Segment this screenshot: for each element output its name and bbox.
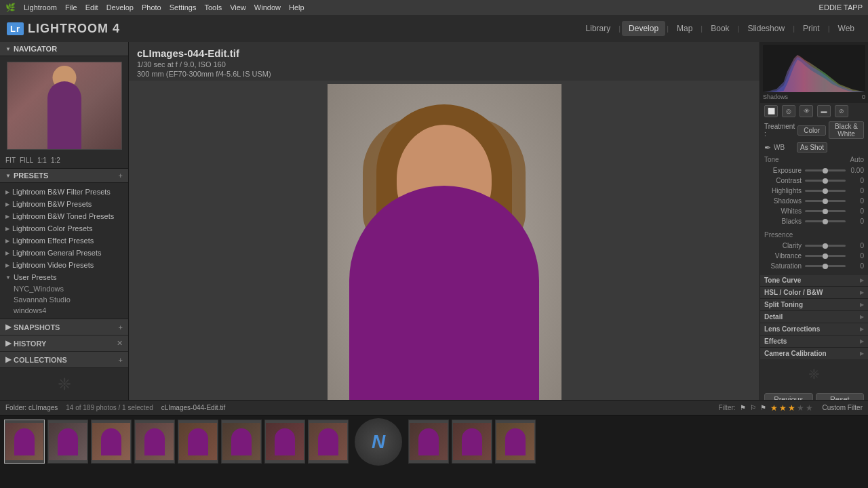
- app-name-menu: Lightroom: [24, 3, 57, 12]
- reset-button[interactable]: Reset: [816, 393, 865, 400]
- contrast-slider[interactable]: [805, 180, 846, 182]
- menu-view[interactable]: View: [230, 3, 246, 12]
- zoom-fit[interactable]: FIT: [5, 157, 16, 164]
- shadows-slider[interactable]: [805, 200, 846, 202]
- collections-add-icon[interactable]: +: [119, 356, 123, 364]
- film-thumb-4[interactable]: [178, 420, 218, 464]
- camera-calibration-section[interactable]: Camera Calibration ▶: [760, 347, 868, 359]
- film-thumb-9[interactable]: [452, 420, 492, 464]
- nav-web[interactable]: Web: [831, 21, 861, 36]
- preset-sub-2[interactable]: windows4: [0, 305, 128, 316]
- film-thumb-7[interactable]: [308, 420, 349, 464]
- adjustment-brush-tool[interactable]: ⊘: [835, 105, 848, 117]
- wb-dropdown[interactable]: As Shot: [797, 142, 827, 152]
- menu-window[interactable]: Window: [254, 3, 281, 12]
- vibrance-slider[interactable]: [805, 255, 846, 257]
- film-thumb-10[interactable]: [495, 420, 536, 464]
- app-icon: 🌿: [5, 3, 16, 12]
- star-2[interactable]: ★: [779, 403, 787, 413]
- presets-header[interactable]: ▼ Presets +: [0, 169, 128, 183]
- preset-group-1[interactable]: ▶ Lightroom B&W Presets: [0, 198, 128, 210]
- star-5[interactable]: ★: [806, 403, 813, 413]
- graduated-filter-tool[interactable]: ▬: [817, 105, 831, 117]
- whites-slider[interactable]: [805, 210, 846, 212]
- tone-auto-btn[interactable]: Auto: [850, 156, 864, 163]
- film-thumb-0[interactable]: [4, 420, 45, 464]
- preset-group-3[interactable]: ▶ Lightroom Color Presets: [0, 222, 128, 235]
- menu-develop[interactable]: Develop: [106, 3, 134, 12]
- detail-section[interactable]: Detail ▶: [760, 310, 868, 323]
- filter-flag-pick[interactable]: ⚑: [760, 404, 766, 411]
- spot-removal-tool[interactable]: ◎: [782, 105, 795, 117]
- whites-label: Whites: [764, 207, 802, 215]
- menu-tools[interactable]: Tools: [204, 3, 222, 12]
- menu-file[interactable]: File: [65, 3, 77, 12]
- histogram-area: ▣: [760, 42, 868, 103]
- wb-dropper-icon[interactable]: ✒: [764, 143, 771, 152]
- preset-group-4[interactable]: ▶ Lightroom Effect Presets: [0, 235, 128, 247]
- preset-group-user[interactable]: ▼ User Presets: [0, 271, 128, 283]
- navigator-header[interactable]: ▼ Navigator: [0, 42, 128, 56]
- preset-group-0[interactable]: ▶ Lightroom B&W Filter Presets: [0, 186, 128, 198]
- menu-photo[interactable]: Photo: [142, 3, 161, 12]
- preset-group-5[interactable]: ▶ Lightroom General Presets: [0, 247, 128, 259]
- preset-group-label-4: Lightroom Effect Presets: [12, 237, 94, 245]
- split-toning-section[interactable]: Split Toning ▶: [760, 298, 868, 310]
- menu-settings[interactable]: Settings: [170, 3, 197, 12]
- preset-sub-0[interactable]: NYC_Windows: [0, 283, 128, 294]
- film-thumb-3[interactable]: [134, 420, 175, 464]
- highlights-slider[interactable]: [805, 190, 846, 192]
- preset-group-label-6: Lightroom Video Presets: [12, 261, 94, 269]
- red-eye-tool[interactable]: 👁: [800, 105, 813, 117]
- nav-map[interactable]: Map: [670, 21, 699, 36]
- nav-print[interactable]: Print: [796, 21, 827, 36]
- nav-develop[interactable]: Develop: [622, 21, 665, 36]
- nav-slideshow[interactable]: Slideshow: [741, 21, 791, 36]
- zoom-fill[interactable]: FILL: [20, 157, 33, 164]
- preset-group-2[interactable]: ▶ Lightroom B&W Toned Presets: [0, 210, 128, 222]
- custom-filter-btn[interactable]: Custom Filter: [823, 404, 863, 411]
- tone-curve-section[interactable]: Tone Curve ▶: [760, 274, 868, 286]
- snapshots-section[interactable]: ▶ Snapshots +: [0, 319, 128, 336]
- clarity-slider[interactable]: [805, 245, 846, 247]
- nav-book[interactable]: Book: [704, 21, 736, 36]
- effects-section[interactable]: Effects ▶: [760, 335, 868, 347]
- blacks-slider[interactable]: [805, 220, 846, 222]
- zoom-1-1[interactable]: 1:1: [37, 157, 47, 164]
- snapshots-add-icon[interactable]: +: [119, 323, 123, 331]
- bw-treatment-btn[interactable]: Black & White: [829, 121, 864, 139]
- saturation-slider[interactable]: [805, 265, 846, 267]
- zoom-1-2[interactable]: 1:2: [51, 157, 60, 164]
- film-thumb-2[interactable]: [91, 420, 132, 464]
- film-thumb-1[interactable]: [47, 420, 88, 464]
- lens-corrections-section[interactable]: Lens Corrections ▶: [760, 323, 868, 335]
- collections-section[interactable]: ▶ Collections +: [0, 352, 128, 368]
- nav-library[interactable]: Library: [579, 21, 618, 36]
- star-4[interactable]: ★: [797, 403, 804, 413]
- filter-flag-reject[interactable]: ⚑: [740, 404, 746, 411]
- navigator-thumbnail[interactable]: [7, 62, 122, 150]
- film-thumb-6[interactable]: [264, 420, 305, 464]
- film-thumb-5[interactable]: [221, 420, 262, 464]
- presets-add-icon[interactable]: +: [119, 171, 123, 180]
- photo-canvas[interactable]: [129, 81, 760, 400]
- menu-edit[interactable]: Edit: [85, 3, 98, 12]
- film-thumb-8[interactable]: [408, 420, 449, 464]
- star-3[interactable]: ★: [788, 403, 795, 413]
- exposure-slider[interactable]: [805, 169, 846, 171]
- hsl-section[interactable]: HSL / Color / B&W ▶: [760, 286, 868, 298]
- color-treatment-btn[interactable]: Color: [797, 125, 826, 136]
- preset-group-6[interactable]: ▶ Lightroom Video Presets: [0, 259, 128, 271]
- photo-info: cLImages-044-Edit.tif 1/30 sec at f / 9.…: [129, 42, 760, 81]
- preset-sub-1[interactable]: Savannah Studio: [0, 294, 128, 305]
- menu-help[interactable]: Help: [289, 3, 304, 12]
- crop-tool[interactable]: ⬜: [764, 105, 778, 117]
- star-1[interactable]: ★: [770, 403, 778, 413]
- previous-button[interactable]: Previous: [764, 393, 813, 400]
- nav-sep-2: |: [667, 24, 669, 33]
- history-clear-icon[interactable]: ✕: [117, 339, 123, 348]
- history-section[interactable]: ▶ History ✕: [0, 336, 128, 352]
- filter-flag-none[interactable]: ⚐: [750, 404, 756, 411]
- navigator-section: ▼ Navigator FIT FILL 1:1 1:2: [0, 42, 128, 169]
- presets-triangle: ▼: [5, 173, 11, 179]
